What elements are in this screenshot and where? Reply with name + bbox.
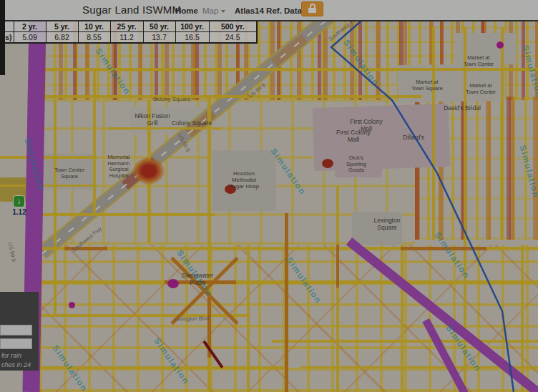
rainfall-col-header: 500 yr.: [209, 21, 257, 31]
rain-input-panel: for rain ches in 24: [0, 292, 39, 371]
lock-button[interactable]: [301, 1, 323, 16]
rainfall-table-header-row: 2 yr.5 yr.10 yr.25 yr.50 yr.100 yr.500 y…: [0, 21, 257, 31]
chevron-down-icon: [221, 10, 225, 13]
rainfall-col-header: 100 yr.: [175, 21, 209, 31]
panel-hint-text: for rain: [1, 352, 21, 359]
map-canvas[interactable]: SimulationSimulationSimulationSimulation…: [0, 21, 538, 392]
down-arrow-icon: ↓: [17, 196, 21, 206]
lock-icon: [302, 4, 323, 13]
nav-item-atlas14-ref-data[interactable]: Atlas14 Ref. Data: [235, 6, 302, 15]
panel-hint-text: ches in 24: [1, 361, 31, 368]
rainfall-col-header: 5 yr.: [46, 21, 78, 31]
rainfall-table-value-row: (inches)5.096.828.5511.213.716.524.5: [0, 31, 257, 43]
rain-gauge-marker[interactable]: ↓: [13, 195, 25, 207]
marker-value-label: 1.12: [6, 208, 33, 216]
app-window: SimulationSimulationSimulationSimulation…: [0, 0, 538, 392]
rainfall-value: 24.5: [209, 31, 257, 43]
rainfall-col-header: 10 yr.: [78, 21, 110, 31]
rain-value-input[interactable]: [0, 325, 32, 335]
rainfall-value: 5.09: [14, 31, 46, 43]
rainfall-value: 16.5: [175, 31, 209, 43]
app-title: Sugar Land ISWMM: [82, 4, 181, 16]
rainfall-value: 6.82: [46, 31, 78, 43]
nav-item-home[interactable]: Home: [175, 6, 198, 15]
rainfall-col-header: 25 yr.: [110, 21, 143, 31]
rainfall-value: 8.55: [78, 31, 110, 43]
drawn-polyline: [0, 21, 538, 392]
nav-item-map[interactable]: Map: [202, 6, 225, 15]
rainfall-col-header: 2 yr.: [14, 21, 46, 31]
rain-value-input[interactable]: [0, 338, 32, 349]
top-navbar: Sugar Land ISWMM Home Map Atlas14 Ref. D…: [0, 0, 538, 21]
rainfall-value: 11.2: [110, 31, 143, 43]
rainfall-value: 13.7: [143, 31, 175, 43]
rainfall-col-header: 50 yr.: [143, 21, 175, 31]
left-edge-strip: [0, 0, 5, 75]
